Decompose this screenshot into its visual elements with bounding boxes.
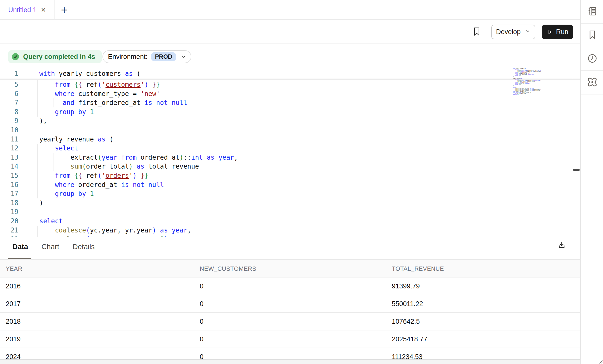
line-number-20: 20 xyxy=(0,217,18,226)
table-row-2016: 2016091399.79 xyxy=(0,277,580,295)
clock-icon xyxy=(587,53,598,65)
table-header-row: YEAR NEW_CUSTOMERS TOTAL_REVENUE xyxy=(0,260,580,277)
indent-guide xyxy=(37,235,38,237)
line-number-19: 19 xyxy=(0,207,18,217)
line-number-1: 1 xyxy=(0,69,18,78)
indent-guide xyxy=(37,162,38,171)
cell-total_revenue: 2025418.77 xyxy=(392,330,427,348)
cell-total_revenue: 550011.22 xyxy=(392,295,423,313)
environment-selector[interactable]: Environment: PROD xyxy=(102,50,191,63)
horizontal-scrollbar-track[interactable] xyxy=(0,359,580,364)
indent-guide xyxy=(37,98,38,107)
cell-new_customers: 0 xyxy=(200,295,203,313)
indent-guide xyxy=(37,189,38,198)
line-number-12: 12 xyxy=(0,144,18,153)
indent-guide xyxy=(37,153,38,162)
develop-label: Develop xyxy=(496,28,521,36)
run-button[interactable]: Run xyxy=(542,25,573,39)
line-number-7: 7 xyxy=(0,98,18,107)
editor-minimap[interactable]: with yearly_customers as ( select extrac… xyxy=(513,68,541,97)
tab-untitled-1[interactable]: Untitled 1 ✕ xyxy=(0,0,55,20)
line-number-14: 14 xyxy=(0,162,18,171)
tab-details[interactable]: Details xyxy=(73,243,95,251)
resize-grip[interactable] xyxy=(599,360,603,364)
indent-guide xyxy=(37,180,38,189)
editor-tab-bar: Untitled 1 ✕ + xyxy=(0,0,580,20)
line-number-21: 21 xyxy=(0,226,18,235)
code-line-18: ) xyxy=(39,198,43,208)
run-label: Run xyxy=(556,28,568,36)
chevron-down-icon xyxy=(181,54,186,59)
notebook-icon xyxy=(587,6,598,18)
dbt-panel-button[interactable] xyxy=(581,71,603,94)
line-number-11: 11 xyxy=(0,135,18,144)
tab-data[interactable]: Data xyxy=(12,243,28,251)
environment-value-badge: PROD xyxy=(151,52,176,61)
cell-new_customers: 0 xyxy=(200,330,203,348)
sql-code-editor[interactable]: 1with yearly_customers as (5 from {{ ref… xyxy=(0,67,580,237)
cell-year: 2019 xyxy=(6,330,21,348)
editor-scrollbar-thumb[interactable] xyxy=(573,169,580,171)
new-tab-button[interactable]: + xyxy=(57,0,72,20)
column-header-new-customers: NEW_CUSTOMERS xyxy=(200,260,256,277)
column-header-total-revenue: TOTAL_REVENUE xyxy=(392,260,444,277)
bookmark-button[interactable] xyxy=(471,26,482,39)
history-panel-button[interactable] xyxy=(581,47,603,71)
cell-year: 2017 xyxy=(6,295,21,313)
results-panel: Data Chart Details YEAR NEW_CUSTOMERS TO… xyxy=(0,237,580,364)
indent-guide xyxy=(37,107,38,117)
line-number-5: 5 xyxy=(0,80,18,89)
plus-icon: + xyxy=(61,4,67,16)
code-line-6: where customer_type = 'new' xyxy=(39,89,160,98)
table-row-2019: 201902025418.77 xyxy=(0,330,580,348)
develop-dropdown-button[interactable]: Develop xyxy=(491,25,535,39)
download-icon xyxy=(557,241,566,251)
close-tab-icon[interactable]: ✕ xyxy=(41,7,46,13)
line-number-13: 13 xyxy=(0,153,18,162)
bookmark-icon xyxy=(472,26,481,38)
indent-guide xyxy=(37,89,38,98)
code-line-7: and first_ordered_at is not null xyxy=(39,98,187,107)
bookmark-icon xyxy=(587,29,598,41)
code-line-12: select xyxy=(39,144,78,153)
chevron-down-icon xyxy=(525,28,531,36)
code-line-15: from {{ ref('orders') }} xyxy=(39,171,148,180)
query-status-text: Query completed in 4s xyxy=(23,53,95,61)
indent-guide xyxy=(37,171,38,180)
code-line-13: extract(year from ordered_at)::int as ye… xyxy=(39,153,238,162)
code-line-14: sum(order_total) as total_revenue xyxy=(39,162,199,171)
dbt-logo-icon xyxy=(587,76,598,89)
tab-title: Untitled 1 xyxy=(8,6,37,14)
code-line-17: group by 1 xyxy=(39,189,94,198)
bookmarks-panel-button[interactable] xyxy=(581,24,603,47)
tab-chart[interactable]: Chart xyxy=(42,243,59,251)
cell-new_customers: 0 xyxy=(200,277,203,295)
line-number-18: 18 xyxy=(0,198,18,208)
code-line-1: with yearly_customers as ( xyxy=(39,69,141,78)
notebook-panel-button[interactable] xyxy=(581,0,603,24)
line-number-17: 17 xyxy=(0,189,18,198)
line-number-10: 10 xyxy=(0,126,18,135)
table-row-2017: 20170550011.22 xyxy=(0,295,580,313)
cell-new_customers: 0 xyxy=(200,313,203,330)
code-line-16: where ordered_at is not null xyxy=(39,180,164,189)
indent-guide xyxy=(37,226,38,235)
code-line-11: yearly_revenue as ( xyxy=(39,135,113,144)
download-results-button[interactable] xyxy=(556,239,567,252)
check-circle-icon xyxy=(11,52,20,61)
line-number-22: 22 xyxy=(0,235,18,237)
line-number-8: 8 xyxy=(0,107,18,117)
code-line-20: select xyxy=(39,217,63,226)
query-status-badge: Query completed in 4s xyxy=(8,50,102,63)
cell-year: 2016 xyxy=(6,277,21,295)
indent-guide xyxy=(37,144,38,153)
code-line-21: coalesce(yc.year, yr.year) as year, xyxy=(39,226,191,235)
code-line-22: coalesce(yc.new_customers, 0) as new_cus… xyxy=(39,235,238,237)
cell-year: 2018 xyxy=(6,313,21,330)
cell-total_revenue: 91399.79 xyxy=(392,277,420,295)
editor-scrollbar-track xyxy=(573,67,573,237)
environment-label: Environment: xyxy=(108,53,148,61)
line-number-16: 16 xyxy=(0,180,18,189)
code-line-8: group by 1 xyxy=(39,107,94,117)
code-line-9: ), xyxy=(39,116,47,126)
